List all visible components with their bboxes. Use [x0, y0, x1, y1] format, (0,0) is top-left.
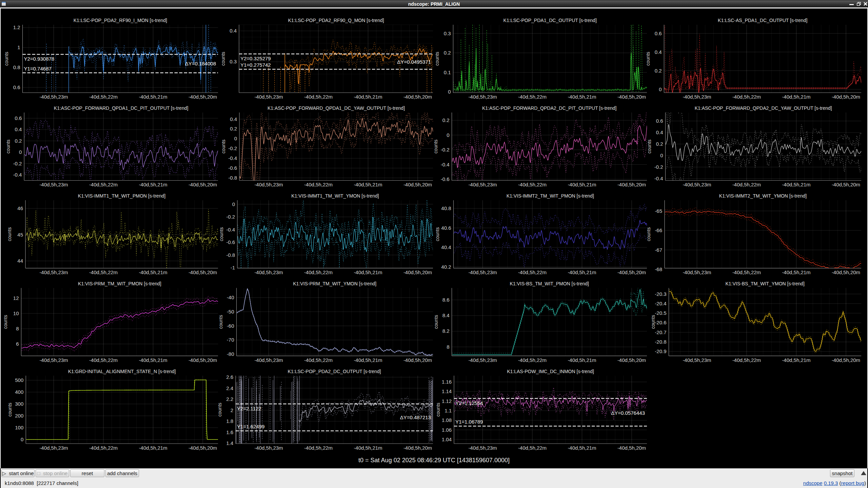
- svg-text:0: 0: [660, 152, 663, 158]
- svg-text:100: 100: [15, 425, 23, 430]
- svg-text:-40d,5h,23m: -40d,5h,23m: [254, 94, 283, 100]
- svg-text:counts: counts: [646, 227, 651, 241]
- svg-text:-40d,5h,21m: -40d,5h,21m: [139, 445, 167, 451]
- svg-text:-0.8: -0.8: [226, 252, 235, 258]
- svg-text:0: 0: [232, 201, 235, 207]
- svg-text:-40d,5h,20m: -40d,5h,20m: [617, 182, 646, 187]
- svg-text:-40d,5h,21m: -40d,5h,21m: [354, 357, 382, 363]
- svg-text:-40d,5h,23m: -40d,5h,23m: [683, 182, 711, 187]
- svg-text:-40d,5h,21m: -40d,5h,21m: [139, 94, 167, 100]
- svg-text:1.14: 1.14: [442, 388, 452, 394]
- svg-text:6: 6: [16, 341, 19, 347]
- svg-text:ΔY=0.0576443: ΔY=0.0576443: [611, 410, 645, 416]
- svg-text:-40d,5h,22m: -40d,5h,22m: [304, 269, 333, 275]
- svg-text:K1:ASC-POP_FORWARD_QPDA2_DC_PI: K1:ASC-POP_FORWARD_QPDA2_DC_PIT_OUTPUT […: [482, 105, 617, 111]
- svg-text:1.2: 1.2: [13, 24, 20, 30]
- svg-text:-40d,5h,21m: -40d,5h,21m: [782, 269, 810, 275]
- svg-text:-40d,5h,20m: -40d,5h,20m: [832, 182, 860, 187]
- svg-text:-40d,5h,23m: -40d,5h,23m: [683, 357, 711, 363]
- svg-text:-50: -50: [227, 309, 234, 314]
- svg-text:-40d,5h,23m: -40d,5h,23m: [39, 357, 68, 363]
- svg-text:-40d,5h,20m: -40d,5h,20m: [832, 269, 860, 275]
- svg-text:0.6: 0.6: [655, 30, 662, 36]
- svg-text:K1:ASC-POP_FORWARD_QPDA1_DC_YA: K1:ASC-POP_FORWARD_QPDA1_DC_YAW_OUTPUT […: [268, 105, 405, 111]
- svg-text:1.06: 1.06: [442, 427, 452, 433]
- svg-text:-80: -80: [227, 351, 234, 357]
- svg-text:-40d,5h,23m: -40d,5h,23m: [468, 269, 497, 275]
- svg-text:40.6: 40.6: [441, 225, 451, 231]
- svg-text:1.1: 1.1: [445, 408, 452, 413]
- svg-text:-0.2: -0.2: [228, 145, 237, 151]
- svg-text:ΔY=0.184008: ΔY=0.184008: [185, 61, 216, 66]
- svg-text:-40d,5h,21m: -40d,5h,21m: [354, 94, 382, 100]
- svg-text:-0.4: -0.4: [441, 162, 450, 167]
- svg-text:-40d,5h,23m: -40d,5h,23m: [39, 269, 68, 275]
- svg-text:counts: counts: [217, 403, 222, 416]
- svg-text:-20.3: -20.3: [655, 291, 666, 297]
- svg-text:2: 2: [231, 407, 233, 413]
- svg-text:-40d,5h,22m: -40d,5h,22m: [732, 182, 761, 187]
- svg-text:counts: counts: [433, 315, 439, 329]
- svg-text:200: 200: [15, 413, 23, 419]
- svg-text:0.8: 0.8: [13, 64, 20, 70]
- svg-text:counts: counts: [220, 52, 226, 66]
- svg-text:-40d,5h,23m: -40d,5h,23m: [254, 269, 283, 275]
- svg-text:0.2: 0.2: [230, 126, 237, 131]
- svg-text:-40d,5h,20m: -40d,5h,20m: [617, 357, 646, 363]
- svg-text:counts: counts: [647, 140, 652, 154]
- svg-text:-40d,5h,23m: -40d,5h,23m: [254, 182, 283, 187]
- svg-text:counts: counts: [4, 52, 9, 66]
- svg-text:-40d,5h,20m: -40d,5h,20m: [403, 357, 432, 363]
- svg-text:0: 0: [448, 89, 451, 95]
- svg-text:40.8: 40.8: [441, 205, 451, 211]
- svg-text:K1:LSC-POP_PDA1_DC_OUTPUT [s-t: K1:LSC-POP_PDA1_DC_OUTPUT [s-trend]: [504, 18, 597, 23]
- svg-text:-67: -67: [655, 247, 662, 253]
- svg-text:counts: counts: [219, 227, 224, 241]
- svg-text:K1:VIS-BS_TM_WIT_YMON [s-trend: K1:VIS-BS_TM_WIT_YMON [s-trend]: [726, 281, 805, 286]
- svg-text:-40d,5h,22m: -40d,5h,22m: [518, 94, 547, 100]
- svg-text:-0.4: -0.4: [654, 176, 663, 181]
- svg-text:-40d,5h,21m: -40d,5h,21m: [354, 269, 382, 275]
- svg-text:-66: -66: [655, 227, 662, 233]
- svg-text:counts: counts: [221, 140, 226, 154]
- svg-text:-40d,5h,20m: -40d,5h,20m: [403, 269, 432, 275]
- svg-text:40.4: 40.4: [441, 244, 451, 250]
- svg-text:K1:VIS-IMMT2_TM_WIT_YMON [s-tr: K1:VIS-IMMT2_TM_WIT_YMON [s-trend]: [719, 193, 807, 199]
- svg-text:0: 0: [234, 136, 237, 141]
- svg-text:-20.9: -20.9: [655, 348, 666, 354]
- svg-text:2.6: 2.6: [226, 374, 233, 380]
- svg-text:8.6: 8.6: [442, 297, 450, 303]
- svg-text:K1:LSC-POP_PDA2_RF90_Q_MON [s-: K1:LSC-POP_PDA2_RF90_Q_MON [s-trend]: [288, 18, 384, 23]
- svg-text:-20.8: -20.8: [655, 339, 666, 345]
- svg-text:0: 0: [21, 436, 23, 442]
- svg-text:-60: -60: [227, 323, 234, 329]
- svg-text:0: 0: [447, 132, 449, 138]
- svg-text:K1:LAS-POW_IMC_DC_INMON [s-tre: K1:LAS-POW_IMC_DC_INMON [s-trend]: [507, 369, 594, 374]
- svg-text:1: 1: [17, 44, 20, 50]
- svg-text:0.2: 0.2: [656, 141, 663, 147]
- svg-text:K1:ASC-POP_FORWARD_QPDA2_DC_YA: K1:ASC-POP_FORWARD_QPDA2_DC_YAW_OUTPUT […: [695, 105, 832, 111]
- svg-text:-40d,5h,20m: -40d,5h,20m: [617, 94, 646, 100]
- svg-text:-40d,5h,22m: -40d,5h,22m: [732, 269, 761, 275]
- svg-text:counts: counts: [435, 227, 440, 241]
- svg-text:1.12: 1.12: [442, 398, 452, 404]
- svg-text:K1:LSC-AS_PDA1_DC_OUTPUT [s-tr: K1:LSC-AS_PDA1_DC_OUTPUT [s-trend]: [718, 18, 807, 23]
- svg-text:Y1=1.62499: Y1=1.62499: [237, 424, 264, 429]
- svg-text:1.08: 1.08: [442, 417, 452, 423]
- svg-text:-40d,5h,22m: -40d,5h,22m: [518, 357, 547, 363]
- svg-text:0.2: 0.2: [442, 117, 450, 123]
- svg-text:0.4: 0.4: [655, 49, 662, 55]
- svg-text:ΔY=0.0495371: ΔY=0.0495371: [397, 59, 431, 65]
- svg-text:-40d,5h,23m: -40d,5h,23m: [39, 94, 68, 100]
- svg-text:0.2: 0.2: [655, 68, 662, 74]
- svg-text:-40d,5h,20m: -40d,5h,20m: [189, 357, 217, 363]
- svg-text:0.4: 0.4: [230, 116, 237, 122]
- svg-text:-40d,5h,22m: -40d,5h,22m: [304, 182, 333, 187]
- svg-text:Y2=2.1122: Y2=2.1122: [237, 406, 261, 411]
- svg-text:-0.2: -0.2: [226, 214, 235, 220]
- svg-text:-40d,5h,20m: -40d,5h,20m: [189, 445, 217, 451]
- svg-text:-0.2: -0.2: [654, 164, 663, 170]
- svg-text:0: 0: [19, 149, 22, 155]
- svg-text:-0.6: -0.6: [441, 176, 450, 182]
- svg-text:-40d,5h,21m: -40d,5h,21m: [139, 182, 167, 187]
